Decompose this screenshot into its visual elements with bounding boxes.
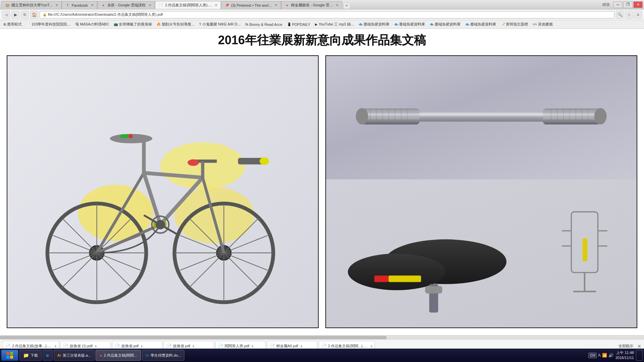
seat-left-svg [344,187,515,320]
saddle-green-led [120,134,129,138]
tab-google-cloud[interactable]: ● 糸群 - Google 雲端課程 ✕ [97,1,155,9]
taskbar: 📁 下載 e Ai 第三次發表版.a... ● 2.作品集文稿(閱閱... W … [0,349,644,362]
taskbar-downloads[interactable]: 📁 下載 [19,350,42,361]
bottle-cage-svg [550,194,619,313]
menu-button[interactable]: ≡ [634,11,642,19]
chrome-icon: ● [99,353,102,358]
taskbar-ie[interactable]: e [43,350,53,361]
handle-svg [341,62,621,173]
navigation-bar: ◀ ▶ ↻ 🏠 🔒 file:///C:/Users/Administrator… [0,9,644,20]
download-arrow-6[interactable]: ∧ [370,344,373,348]
bookmark-fish1[interactable]: 🐟 臺端魚硬資料庫 [357,21,391,28]
tab1-icon: 🏫 [5,3,10,8]
back-button[interactable]: ◀ [2,11,10,19]
download-arrow-3[interactable]: ∧ [192,344,195,348]
svg-line-19 [189,253,224,288]
download-show-all[interactable]: 全部顯示 [619,344,633,349]
svg-line-7 [62,253,97,288]
pdf-icon-6: 📄 [321,344,327,349]
taskbar-chrome[interactable]: ● 2.作品集文稿(閱閱... [96,350,141,361]
bookmark-youtube[interactable]: ▶ YouTube 三 mp3 錄... [313,21,356,28]
taskbar-word-label: 學生得獎資料.do... [151,353,181,358]
tab3-close[interactable]: ✕ [149,3,151,7]
new-tab-button[interactable]: + [343,2,350,9]
refresh-button[interactable]: ↻ [21,11,29,19]
taskbar-right: CH A 📶 🔊 上午 11:48 2016/11/11 [588,350,643,361]
language-button[interactable]: CH [588,353,596,358]
bookmark-103[interactable]: 📄 103學年度科技院院院... [24,21,72,28]
svg-line-21 [224,253,267,270]
download-name-4: 閱閱答人类.pdf [225,344,249,349]
tab-facebook[interactable]: f Facebook ✕ [62,1,97,9]
search-button[interactable]: 🔍 [616,11,624,19]
bookmark-fish2[interactable]: 🐟 臺端魚硬資料庫 [392,21,427,28]
horizontal-scrollbar[interactable] [0,335,644,339]
keyboard-icon: A [598,353,601,358]
start-button[interactable] [1,350,18,361]
bookmark-more[interactable]: >> 其他書籤 [531,21,555,28]
tab4-close[interactable]: ✕ [215,3,217,7]
address-bar[interactable]: 🔒 file:///C:/Users/Administrator/Downloa… [40,11,614,18]
download-arrow-2[interactable]: ∧ [141,344,143,348]
bookmark-fish3[interactable]: 🐟 臺端魚硬資料庫 [428,21,463,28]
svg-line-10 [53,253,97,270]
downloads-folder-icon: 📁 [23,353,29,358]
forward-button[interactable]: ▶ [11,11,19,19]
show-desktop-button[interactable] [636,350,643,361]
window-title-label: 縮放 [602,2,610,7]
address-text: file:///C:/Users/Administrator/Downloads… [48,12,163,17]
download-arrow-1[interactable]: ∧ [95,344,97,348]
tab-yuntech[interactable]: 🏫 國立雲林科技大學YunT... ✕ [1,1,62,9]
tab2-close[interactable]: ✕ [91,3,94,7]
bookmark-masa[interactable]: 🍳 MASAの料理ABC [73,21,111,28]
bookmark-exercise[interactable]: 📺 全球傳瘋了的廋身操 [112,21,154,28]
tab5-close[interactable]: ✕ [275,3,277,7]
bookmark-apps[interactable]: ⊞ 應用程式 [1,21,24,28]
bookmark-fire[interactable]: 🔥 號勸火号告别薄瘦... [155,21,196,28]
illustrator-icon: Ai [57,353,61,357]
tab6-close[interactable]: ✕ [336,3,338,7]
taskbar-word[interactable]: W 學生得獎資料.do... [142,350,185,361]
nav-right-buttons: 🔍 ☆ ≡ [616,11,642,19]
tab6-icon: ● [285,3,289,8]
clock: 上午 11:48 2016/11/11 [615,350,634,361]
right-endcap [594,108,607,125]
pdf-images-row [7,55,637,328]
tab6-label: 輕金屬聽衷 - Google 雲... [291,3,332,8]
bicycle-svg [7,56,318,327]
bookmark-popdaily[interactable]: 📱 POPDAILY [285,21,312,28]
restore-button[interactable]: ❐ [623,1,633,8]
minimize-button[interactable]: ─ [613,1,623,8]
svg-line-22 [180,253,224,270]
bookmark-fish4[interactable]: 🐟 臺端魚硬資料庫 [463,21,498,28]
clock-time: 上午 11:48 [615,350,634,355]
download-arrow-5[interactable]: ∧ [300,344,303,348]
tab-pdf[interactable]: 📄 2.作品集文稿(閱閱答人类).... ✕ [155,1,221,9]
pdf-icon-4: 📄 [218,344,223,349]
scrollbar-thumb[interactable] [0,336,386,339]
tab2-icon: f [65,3,70,8]
download-name-5: 輕金屬A0.pdf [276,344,298,349]
ie-icon: e [46,353,49,358]
download-arrow-0[interactable]: ∧ [54,344,57,348]
tab5-icon: 📌 [225,3,229,8]
network-icon: 📶 [602,353,607,358]
tab1-close[interactable]: ✕ [55,3,58,7]
tab-pinterest[interactable]: 📌 (3) Pinterest • The worl... ✕ [221,1,281,9]
front-light-lens [260,158,269,165]
home-button[interactable]: 🏠 [30,11,38,19]
bookmark-nike[interactable]: Y 小鬼騰躍 NIKE AIR D... [197,21,243,28]
rear-spokes [47,203,146,302]
star-button[interactable]: ☆ [625,11,633,19]
svg-line-8 [53,235,97,253]
close-button[interactable]: ✕ [633,1,643,8]
red-strip [374,276,388,282]
bookmark-bonny[interactable]: 🛍 Bonny & Read Acce [243,21,284,28]
bookmark-huang[interactable]: 📝 黃明強主題標 [499,21,530,28]
download-arrow-4[interactable]: ∧ [251,344,254,348]
download-name-2: 故換省.pdf [121,344,139,349]
download-name-6: 2.作品集文稿(閱閱...).pdf [328,344,368,349]
taskbar-illustrator[interactable]: Ai 第三次發表版.a... [54,350,95,361]
download-bar-close[interactable]: ✕ [637,344,641,349]
tab-light-metal[interactable]: ● 輕金屬聽衷 - Google 雲... ✕ [281,1,342,9]
